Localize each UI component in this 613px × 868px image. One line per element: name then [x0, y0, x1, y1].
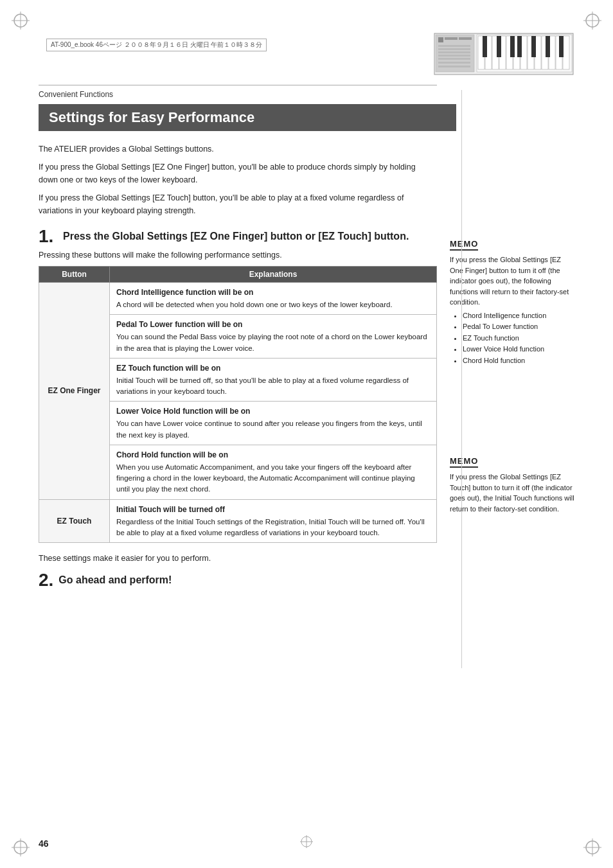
section-label: Convenient Functions	[39, 90, 574, 99]
right-column: MEMO If you press the Global Settings [E…	[450, 104, 574, 599]
sub-text-2: You can sound the Pedal Bass voice by pl…	[116, 332, 430, 354]
list-item: Lower Voice Hold function	[463, 344, 574, 355]
sub-text-6: Regardless of the Initial Touch settings…	[116, 517, 430, 539]
explanation-cell-2: Pedal To Lower function will be on You c…	[110, 315, 437, 359]
svg-rect-18	[438, 48, 470, 50]
svg-rect-40	[510, 36, 515, 57]
intro-line2: If you press the Global Settings [EZ One…	[39, 161, 437, 186]
page-container: AT-900_e.book 46ページ ２００８年９月１６日 火曜日 午前１０時…	[0, 0, 613, 868]
sub-heading-2: Pedal To Lower function will be on	[116, 319, 430, 330]
step1-subtitle: Pressing these buttons will make the fol…	[39, 251, 437, 260]
svg-rect-43	[546, 36, 550, 57]
list-item: Chord Intelligence function	[463, 310, 574, 322]
main-content: Convenient Functions Settings for Easy P…	[39, 90, 574, 599]
reg-mark-bl	[12, 838, 30, 856]
svg-rect-20	[438, 55, 470, 57]
page-number: 46	[39, 838, 49, 849]
reg-mark-br	[583, 838, 601, 856]
button-cell-ez-touch: EZ Touch	[39, 499, 110, 543]
explanation-cell-1: Chord Intelligence function will be on A…	[110, 283, 437, 315]
memo2-title: MEMO	[450, 456, 478, 468]
svg-rect-41	[517, 36, 522, 57]
memo1-intro: If you press the Global Settings [EZ One…	[450, 254, 574, 308]
sub-heading-1: Chord Intelligence function will be on	[116, 287, 430, 298]
svg-rect-14	[438, 37, 443, 42]
svg-rect-39	[497, 36, 501, 57]
sub-text-4: You can have Lower voice continue to sou…	[116, 418, 430, 441]
step2-number: 2.	[39, 571, 53, 589]
button-cell-ez-one-finger: EZ One Finger	[39, 283, 110, 500]
svg-rect-16	[459, 37, 472, 40]
svg-rect-38	[483, 36, 487, 57]
sub-heading-5: Chord Hold function will be on	[116, 449, 430, 461]
page-title: Settings for Easy Performance	[39, 104, 456, 131]
memo1-list: Chord Intelligence function Pedal To Low…	[456, 310, 574, 367]
step1-heading: 1. Press the Global Settings [EZ One Fin…	[39, 227, 437, 245]
table-col2-header: Explanations	[110, 267, 437, 283]
svg-rect-37	[563, 36, 569, 69]
keyboard-image	[433, 32, 574, 78]
explanation-cell-3: EZ Touch function will be on Initial Tou…	[110, 358, 437, 402]
two-col-layout: Settings for Easy Performance The ATELIE…	[39, 104, 574, 599]
sub-text-1: A chord will be detected when you hold d…	[116, 299, 430, 310]
step1-title: Press the Global Settings [EZ One Finger…	[63, 227, 409, 244]
svg-rect-17	[438, 45, 470, 47]
svg-rect-23	[438, 66, 470, 67]
intro-line3: If you press the Global Settings [EZ Tou…	[39, 191, 437, 217]
memo-box-1: MEMO If you press the Global Settings [E…	[450, 239, 574, 366]
list-item: Chord Hold function	[463, 355, 574, 367]
memo-box-2: MEMO If you press the Global Settings [E…	[450, 456, 574, 514]
step2-title: Go ahead and perform!	[58, 574, 172, 586]
intro-line1: The ATELIER provides a Global Settings b…	[39, 143, 437, 155]
svg-rect-42	[531, 36, 536, 57]
sub-heading-6: Initial Touch will be turned off	[116, 504, 430, 515]
reg-mark-tr	[583, 12, 601, 30]
memo1-title: MEMO	[450, 239, 478, 251]
bottom-center-mark	[300, 835, 313, 848]
explanation-cell-4: Lower Voice Hold function will be on You…	[110, 402, 437, 445]
explanation-cell-6: Initial Touch will be turned off Regardl…	[110, 499, 437, 543]
print-info: AT-900_e.book 46ページ ２００８年９月１６日 火曜日 午前１０時…	[46, 39, 267, 51]
sub-heading-4: Lower Voice Hold function will be on	[116, 405, 430, 417]
sub-text-5: When you use Automatic Accompaniment, an…	[116, 462, 430, 495]
these-settings-text: These settings make it easier for you to…	[39, 552, 437, 565]
table-row: EZ One Finger Chord Intelligence functio…	[39, 283, 437, 315]
sub-text-3: Initial Touch will be turned off, so tha…	[116, 375, 430, 398]
step1-number: 1.	[39, 227, 58, 245]
settings-table: Button Explanations EZ One Finger Chord …	[39, 266, 437, 543]
svg-rect-19	[438, 51, 470, 53]
table-col1-header: Button	[39, 267, 110, 283]
svg-rect-22	[438, 62, 470, 64]
list-item: EZ Touch function	[463, 333, 574, 344]
svg-rect-15	[445, 37, 458, 40]
reg-mark-tl	[12, 12, 30, 30]
left-column: Settings for Easy Performance The ATELIE…	[39, 104, 437, 599]
step2-heading: 2. Go ahead and perform!	[39, 571, 437, 589]
svg-rect-21	[438, 58, 470, 60]
memo2-text: If you press the Global Settings [EZ Tou…	[450, 472, 574, 514]
sub-heading-3: EZ Touch function will be on	[116, 362, 430, 374]
explanation-cell-5: Chord Hold function will be on When you …	[110, 445, 437, 499]
table-row: EZ Touch Initial Touch will be turned of…	[39, 499, 437, 543]
svg-rect-44	[559, 36, 564, 57]
list-item: Pedal To Lower function	[463, 321, 574, 333]
